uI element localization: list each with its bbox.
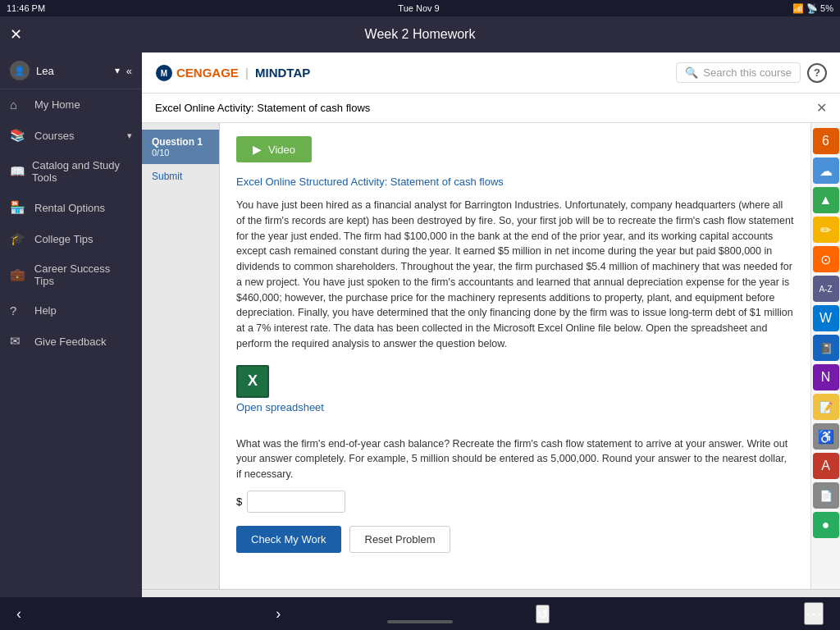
excel-icon: X <box>236 365 269 398</box>
sidebar-toggle-icon[interactable]: « <box>126 65 132 77</box>
sidebar-item-label: Career Success Tips <box>34 262 132 287</box>
activity-title: Excel Online Activity: Statement of cash… <box>155 102 370 114</box>
reset-problem-button[interactable]: Reset Problem <box>349 526 451 553</box>
sidebar-item-feedback[interactable]: ✉ Give Feedback <box>0 326 142 357</box>
toolbar-icon-rss[interactable]: ⊙ <box>813 246 839 272</box>
action-buttons: Check My Work Reset Problem <box>236 526 794 553</box>
logo-divider: | <box>245 66 249 80</box>
courses-icon: 📚 <box>10 128 28 143</box>
search-placeholder: Search this course <box>703 66 792 79</box>
svg-text:M: M <box>161 69 167 78</box>
sidebar-item-label: Help <box>34 304 57 317</box>
sidebar-user[interactable]: 👤 Lea ▾ « <box>0 52 142 89</box>
career-icon: 💼 <box>10 267 28 282</box>
sidebar-item-label: College Tips <box>34 233 94 245</box>
sidebar-item-label: Courses <box>34 130 74 142</box>
check-my-work-button[interactable]: Check My Work <box>236 526 341 553</box>
sidebar-item-label: My Home <box>34 98 80 111</box>
toolbar-icon-user-edit[interactable]: A <box>813 453 839 479</box>
answer-prompt: What was the firm's end-of-year cash bal… <box>236 436 794 482</box>
sidebar-item-my-home[interactable]: ⌂ My Home <box>0 89 142 120</box>
question-item-1[interactable]: Question 1 0/10 <box>142 130 219 164</box>
cengage-text: CENGAGE <box>176 66 239 80</box>
question-main: ▶ Video Excel Online Structured Activity… <box>220 123 810 589</box>
right-toolbar: 6 ☁ ▲ ✏ ⊙ A-Z W 📓 N 📝 ♿ A 📄 ● <box>810 123 840 589</box>
sidebar-item-college-tips[interactable]: 🎓 College Tips <box>0 223 142 254</box>
toolbar-icon-orange[interactable]: 6 <box>813 128 839 154</box>
avatar: 👤 <box>10 61 30 80</box>
help-icon: ? <box>10 304 28 317</box>
help-button[interactable]: ? <box>807 63 827 83</box>
device-forward-button[interactable]: › <box>276 605 281 623</box>
question-label: Question 1 <box>152 136 209 148</box>
search-box[interactable]: 🔍 Search this course <box>676 62 801 83</box>
feedback-icon: ✉ <box>10 334 28 349</box>
mindtap-logo: M CENGAGE | MINDTAP <box>155 64 310 82</box>
sidebar-item-catalog[interactable]: 📖 Catalog and Study Tools <box>0 151 142 192</box>
sidebar: 👤 Lea ▾ « ⌂ My Home 📚 Courses ▾ 📖 Catalo… <box>0 52 142 630</box>
toolbar-icon-sticky[interactable]: 📝 <box>813 394 839 420</box>
mindtap-header: M CENGAGE | MINDTAP 🔍 Search this course… <box>142 52 840 94</box>
status-time: 11:46 PM <box>7 3 45 13</box>
sidebar-username: Lea <box>36 65 54 77</box>
chevron-down-icon: ▾ <box>127 130 132 141</box>
sidebar-item-rental[interactable]: 🏪 Rental Options <box>0 192 142 223</box>
main-layout: 👤 Lea ▾ « ⌂ My Home 📚 Courses ▾ 📖 Catalo… <box>0 52 840 630</box>
activity-structured-link[interactable]: Excel Online Structured Activity: Statem… <box>236 176 794 188</box>
college-icon: 🎓 <box>10 231 28 246</box>
activity-panel-header: Excel Online Activity: Statement of cash… <box>142 94 840 123</box>
activity-body-text: You have just been hired as a financial … <box>236 198 794 352</box>
sidebar-item-help[interactable]: ? Help <box>0 295 142 326</box>
submit-link[interactable]: Submit <box>142 164 219 189</box>
toolbar-icon-accessibility[interactable]: ♿ <box>813 423 839 450</box>
status-right: 📶 📡 5% <box>792 3 833 14</box>
video-button[interactable]: ▶ Video <box>236 136 312 162</box>
video-icon: ▶ <box>253 143 262 156</box>
close-button[interactable]: ✕ <box>10 25 34 43</box>
top-bar: ✕ Week 2 Homework <box>0 16 840 52</box>
toolbar-icon-office[interactable]: W <box>813 305 839 331</box>
device-back-button[interactable]: ‹ <box>16 605 21 623</box>
home-indicator <box>387 620 453 623</box>
sidebar-item-career-tips[interactable]: 💼 Career Success Tips <box>0 254 142 295</box>
toolbar-icon-green-circle[interactable]: ● <box>813 512 839 538</box>
dollar-input-area: $ <box>236 491 794 513</box>
user-dropdown-icon: ▾ <box>115 65 120 76</box>
toolbar-icon-document[interactable]: 📄 <box>813 482 839 509</box>
toolbar-icon-drive[interactable]: ▲ <box>813 187 839 213</box>
search-area: 🔍 Search this course ? <box>676 62 827 83</box>
question-sidebar: Question 1 0/10 Submit <box>142 123 220 589</box>
mindtap-logo-icon: M <box>155 64 173 82</box>
device-more-button[interactable]: ⋯ <box>804 602 824 625</box>
signal-icon: 📶 <box>792 3 804 13</box>
rental-icon: 🏪 <box>10 200 28 215</box>
question-layout: Question 1 0/10 Submit ▶ Video Excel Onl… <box>142 123 840 589</box>
toolbar-icon-cloud[interactable]: ☁ <box>813 158 839 184</box>
activity-close-button[interactable]: ✕ <box>816 100 827 116</box>
catalog-icon: 📖 <box>10 164 25 179</box>
content-area: M CENGAGE | MINDTAP 🔍 Search this course… <box>142 52 840 630</box>
toolbar-icon-pencil[interactable]: ✏ <box>813 217 839 243</box>
sidebar-item-courses[interactable]: 📚 Courses ▾ <box>0 120 142 151</box>
status-bar: 11:46 PM Tue Nov 9 📶 📡 5% <box>0 0 840 16</box>
home-icon: ⌂ <box>10 98 28 112</box>
wifi-icon: 📡 <box>806 3 818 13</box>
sidebar-item-label: Give Feedback <box>34 336 106 348</box>
device-bottom-bar: ‹ › ↺ ⋯ <box>0 597 840 630</box>
question-score: 0/10 <box>152 148 209 158</box>
page-title: Week 2 Homework <box>34 27 806 42</box>
toolbar-icon-az[interactable]: A-Z <box>813 276 839 302</box>
open-spreadsheet-link[interactable]: Open spreadsheet <box>236 401 324 413</box>
search-icon: 🔍 <box>685 66 698 79</box>
toolbar-icon-onenote[interactable]: N <box>813 364 839 390</box>
answer-input[interactable] <box>247 491 345 513</box>
battery-level: 5% <box>820 3 833 13</box>
mindtap-text: MINDTAP <box>255 66 310 80</box>
toolbar-icon-notebook[interactable]: 📓 <box>813 335 839 361</box>
sidebar-item-label: Rental Options <box>34 202 105 214</box>
device-reload-button[interactable]: ↺ <box>536 605 550 623</box>
video-label: Video <box>268 144 295 156</box>
spreadsheet-link-area: X Open spreadsheet <box>236 365 794 423</box>
dollar-sign: $ <box>236 495 242 508</box>
sidebar-item-label: Catalog and Study Tools <box>32 159 132 184</box>
